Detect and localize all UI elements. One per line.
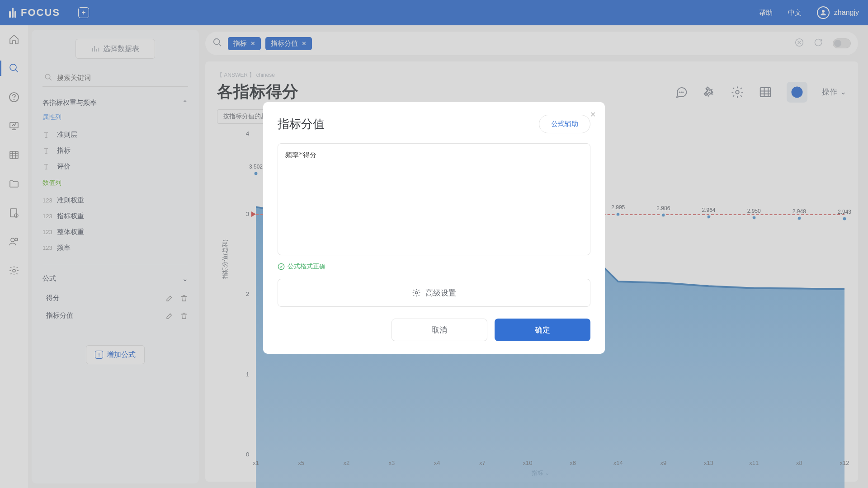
validation-message: 公式格式正确 [278, 263, 590, 271]
svg-point-20 [278, 263, 284, 269]
modal-overlay[interactable]: ✕ 指标分值 公式辅助 公式格式正确 高级设置 取消 确定 [0, 0, 868, 488]
svg-point-21 [415, 292, 418, 294]
ok-button[interactable]: 确定 [495, 319, 590, 341]
formula-help-button[interactable]: 公式辅助 [539, 115, 590, 133]
gear-icon [412, 288, 421, 297]
advanced-settings-button[interactable]: 高级设置 [278, 279, 590, 307]
formula-modal: ✕ 指标分值 公式辅助 公式格式正确 高级设置 取消 确定 [263, 102, 605, 354]
modal-title: 指标分值 [278, 116, 325, 132]
formula-input[interactable] [278, 143, 590, 255]
check-icon [278, 263, 285, 270]
cancel-button[interactable]: 取消 [392, 319, 487, 341]
close-icon[interactable]: ✕ [590, 110, 596, 119]
